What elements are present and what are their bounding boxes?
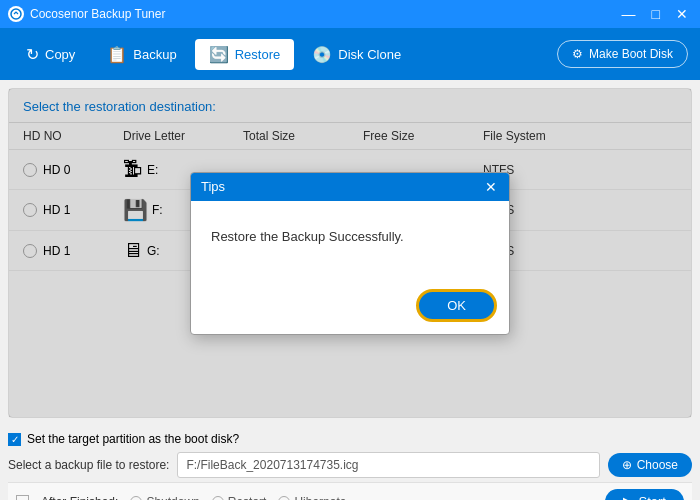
bottom-section: ✓ Set the target partition as the boot d… [0,426,700,482]
copy-button[interactable]: ↻ Copy [12,39,89,70]
shutdown-option[interactable]: Shutdown [130,495,199,501]
restore-label: Restore [235,47,281,62]
file-select-label: Select a backup file to restore: [8,458,169,472]
start-label: Start [639,494,666,500]
after-finished-bar: After Finished: Shutdown Restart Hiberna… [8,482,692,500]
dialog-body: Restore the Backup Successfully. [191,201,509,281]
choose-label: Choose [637,458,678,472]
close-button[interactable]: ✕ [672,6,692,22]
make-boot-label: Make Boot Disk [589,47,673,61]
ok-button[interactable]: OK [416,289,497,322]
restart-label: Restart [228,495,267,501]
shutdown-label: Shutdown [146,495,199,501]
backup-label: Backup [133,47,176,62]
app-logo [8,6,24,22]
radio-hibernate-icon [278,496,290,501]
choose-button[interactable]: ⊕ Choose [608,453,692,477]
radio-shutdown-icon [130,496,142,501]
hibernate-option[interactable]: Hibernate [278,495,346,501]
dialog-message: Restore the Backup Successfully. [211,229,404,244]
copy-label: Copy [45,47,75,62]
boot-checkbox-label: Set the target partition as the boot dis… [27,432,239,446]
radio-restart-icon [212,496,224,501]
main-panel: Select the restoration destination: HD N… [8,88,692,418]
disk-clone-button[interactable]: 💿 Disk Clone [298,39,415,70]
dialog-overlay: Tips ✕ Restore the Backup Successfully. … [9,89,691,417]
window-controls: — □ ✕ [618,6,692,22]
after-label: After Finished: [41,495,118,501]
dialog-title: Tips [201,179,225,194]
hibernate-label: Hibernate [294,495,346,501]
app-title: Cocosenor Backup Tuner [30,7,618,21]
dialog-titlebar: Tips ✕ [191,173,509,201]
boot-checkbox[interactable]: ✓ [8,433,21,446]
disk-clone-icon: 💿 [312,45,332,64]
restore-button[interactable]: 🔄 Restore [195,39,295,70]
minimize-button[interactable]: — [618,6,640,22]
toolbar: ↻ Copy 📋 Backup 🔄 Restore 💿 Disk Clone ⚙… [0,28,700,80]
gear-icon: ⚙ [572,47,583,61]
file-input[interactable] [177,452,599,478]
make-boot-button[interactable]: ⚙ Make Boot Disk [557,40,688,68]
title-bar: Cocosenor Backup Tuner — □ ✕ [0,0,700,28]
plus-icon: ⊕ [622,458,632,472]
disk-clone-label: Disk Clone [338,47,401,62]
restore-icon: 🔄 [209,45,229,64]
copy-icon: ↻ [26,45,39,64]
file-select-row: Select a backup file to restore: ⊕ Choos… [8,452,692,478]
boot-checkbox-row: ✓ Set the target partition as the boot d… [8,432,692,446]
start-button[interactable]: ▶ Start [605,489,684,500]
dialog-close-button[interactable]: ✕ [483,179,499,195]
play-icon: ▶ [623,494,633,500]
tips-dialog: Tips ✕ Restore the Backup Successfully. … [190,172,510,335]
dialog-footer: OK [191,281,509,334]
restart-option[interactable]: Restart [212,495,267,501]
backup-icon: 📋 [107,45,127,64]
svg-point-0 [11,9,21,19]
maximize-button[interactable]: □ [648,6,664,22]
after-checkbox[interactable] [16,495,29,500]
backup-button[interactable]: 📋 Backup [93,39,190,70]
